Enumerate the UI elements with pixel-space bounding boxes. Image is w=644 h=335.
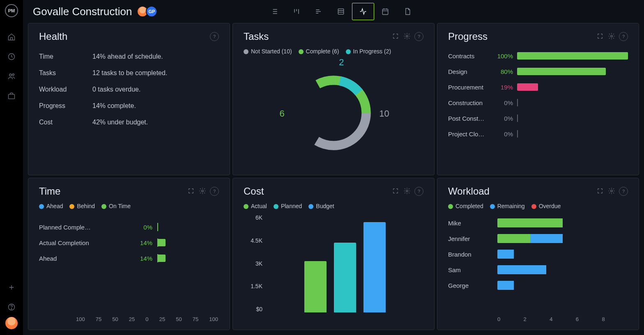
- expand-icon: [392, 33, 399, 39]
- tasks-legend: Not Started (10)Complete (6)In Progress …: [244, 48, 423, 55]
- expand-button[interactable]: [187, 187, 195, 195]
- help-button[interactable]: ?: [619, 32, 628, 41]
- view-files[interactable]: [396, 3, 419, 20]
- nav-home[interactable]: [0, 27, 23, 47]
- card-title: Cost: [244, 186, 264, 197]
- time-bar: [157, 239, 219, 247]
- view-gantt[interactable]: [308, 3, 330, 20]
- legend-dot-icon: [346, 49, 351, 54]
- health-row: Time 14% ahead of schedule.: [39, 48, 219, 64]
- people-icon: [7, 72, 16, 80]
- progress-row: Design 80%: [448, 64, 628, 79]
- card-workload: Workload ? CompletedRemainingOverdue Mik…: [437, 178, 639, 330]
- time-legend: AheadBehindOn Time: [39, 203, 219, 209]
- time-pct: 14%: [133, 239, 152, 246]
- time-row: Planned Comple… 0%: [39, 219, 219, 235]
- time-label: Actual Completion: [39, 239, 133, 246]
- legend-dot-icon: [39, 204, 44, 209]
- progress-label: Post Const…: [448, 115, 491, 122]
- time-row: Actual Completion 14%: [39, 235, 219, 250]
- settings-button[interactable]: [198, 187, 207, 195]
- gear-icon: [608, 32, 615, 40]
- progress-label: Construction: [448, 99, 491, 106]
- briefcase-icon: [7, 92, 16, 100]
- legend-dot-icon: [101, 204, 106, 209]
- nav-portfolio[interactable]: [0, 86, 23, 106]
- workload-row: Mike: [448, 215, 628, 231]
- workload-bar: [497, 234, 628, 243]
- workload-seg: [530, 234, 563, 243]
- nav-team[interactable]: [0, 67, 23, 86]
- axis-tick: 75: [96, 316, 101, 322]
- card-health: Health ? Time 14% ahead of schedule. Tas…: [28, 23, 230, 175]
- nav-rail: PM: [0, 0, 23, 335]
- legend-dot-icon: [69, 204, 74, 209]
- time-axis: 1007550250255075100: [39, 316, 219, 322]
- card-progress: Progress ? Contracts 100% Design 80% Pro…: [437, 23, 639, 175]
- settings-button[interactable]: [607, 32, 616, 40]
- axis-tick: 2: [524, 316, 550, 322]
- help-button[interactable]: ?: [210, 187, 219, 196]
- axis-tick: 0: [497, 316, 524, 322]
- progress-row: Post Const… 0%: [448, 110, 628, 126]
- current-user-avatar[interactable]: [5, 317, 18, 329]
- activity-icon: [359, 7, 367, 16]
- svg-point-1: [9, 74, 12, 76]
- workload-name: Mike: [448, 220, 497, 227]
- member-avatar-2[interactable]: GP: [146, 6, 157, 17]
- svg-point-12: [611, 35, 613, 37]
- cost-bar: [334, 243, 356, 313]
- workload-bar: [497, 250, 628, 259]
- progress-row: Contracts 100%: [448, 48, 628, 64]
- health-key: Tasks: [39, 69, 92, 77]
- health-row: Cost 42% under budget.: [39, 114, 219, 130]
- view-sheet[interactable]: [330, 3, 352, 20]
- time-bar: [157, 223, 219, 231]
- workload-row: George: [448, 278, 628, 293]
- view-dashboard[interactable]: [352, 3, 374, 20]
- progress-row: Project Clo… 0%: [448, 126, 628, 142]
- svg-point-14: [406, 190, 408, 192]
- health-value: 42% under budget.: [92, 119, 148, 126]
- nav-help[interactable]: [0, 297, 23, 317]
- view-list[interactable]: [263, 3, 285, 20]
- callout-complete: 6: [280, 108, 285, 119]
- settings-button[interactable]: [607, 187, 616, 195]
- nav-recent[interactable]: [0, 47, 23, 67]
- app-logo[interactable]: PM: [5, 4, 18, 17]
- health-row: Progress 14% complete.: [39, 97, 219, 114]
- workload-seg: [497, 218, 563, 227]
- project-members[interactable]: GP: [139, 6, 157, 17]
- help-button[interactable]: ?: [414, 187, 423, 196]
- view-board[interactable]: [285, 3, 308, 20]
- health-key: Time: [39, 53, 92, 60]
- topbar: Govalle Construction GP: [23, 0, 644, 23]
- health-key: Cost: [39, 119, 92, 126]
- workload-bar: [497, 218, 628, 227]
- time-bar: [157, 254, 219, 262]
- calendar-icon: [381, 7, 389, 16]
- expand-button[interactable]: [596, 187, 604, 195]
- legend-item: Completed: [448, 203, 483, 209]
- axis-tick: 6K: [255, 214, 262, 221]
- expand-button[interactable]: [391, 32, 400, 40]
- axis-tick: $0: [256, 306, 262, 312]
- legend-item: Remaining: [490, 203, 525, 209]
- settings-button[interactable]: [403, 32, 411, 40]
- board-icon: [292, 7, 301, 16]
- gear-icon: [403, 32, 411, 40]
- main-area: Govalle Construction GP Health ? Time: [23, 0, 644, 335]
- help-button[interactable]: ?: [619, 187, 628, 196]
- view-calendar[interactable]: [374, 3, 396, 20]
- gear-icon: [608, 187, 615, 195]
- help-button[interactable]: ?: [414, 32, 423, 41]
- help-icon: [7, 303, 16, 311]
- axis-tick: 50: [176, 316, 182, 322]
- expand-button[interactable]: [391, 187, 400, 195]
- help-button[interactable]: ?: [210, 32, 219, 41]
- nav-add[interactable]: [0, 278, 23, 297]
- card-title: Tasks: [244, 31, 269, 42]
- legend-dot-icon: [531, 204, 536, 209]
- expand-button[interactable]: [596, 32, 604, 40]
- settings-button[interactable]: [403, 187, 411, 195]
